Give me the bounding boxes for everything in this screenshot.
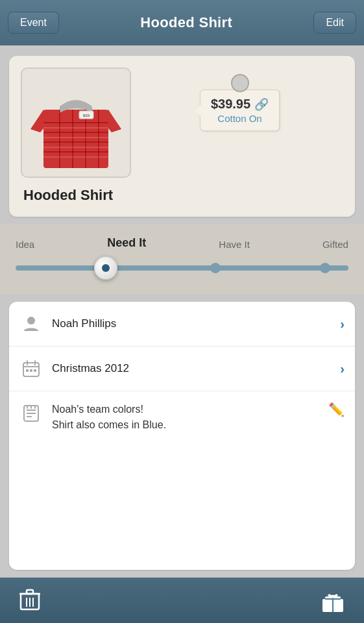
trash-icon	[19, 589, 40, 612]
bottom-bar	[0, 578, 364, 623]
label-idea: Idea	[16, 239, 34, 250]
person-name: Noah Phillips	[52, 317, 340, 330]
info-list: Noah Phillips › Christmas 2012 ›	[9, 302, 355, 570]
slider-track	[16, 265, 348, 271]
person-icon	[19, 312, 43, 336]
note-line1: Noah's team colors!	[52, 402, 328, 417]
svg-rect-32	[27, 590, 33, 594]
event-button[interactable]: Event	[8, 12, 59, 34]
calendar-icon	[19, 357, 43, 380]
price-value: $39.95	[211, 97, 250, 112]
product-top: $39 $39.95 🔗 Cotton On	[21, 67, 343, 178]
event-row[interactable]: Christmas 2012 ›	[9, 347, 355, 391]
note-row[interactable]: Noah's team colors! Shirt also comes in …	[9, 391, 355, 443]
event-chevron: ›	[340, 361, 345, 376]
header: Event Hooded Shirt Edit	[0, 0, 364, 45]
price-tag-area: $39.95 🔗 Cotton On	[131, 67, 343, 131]
slider-thumb-dot	[102, 264, 110, 272]
product-card: $39 $39.95 🔗 Cotton On Hooded Shirt	[9, 56, 355, 217]
slider-track-wrap[interactable]	[16, 256, 348, 280]
slider-dot-1	[210, 263, 221, 273]
delete-button[interactable]	[19, 589, 40, 612]
svg-point-15	[27, 317, 35, 324]
note-line2: Shirt also comes in Blue.	[52, 417, 328, 433]
slider-section: Idea Need It Have It Gifted	[0, 225, 364, 294]
note-text: Noah's team colors! Shirt also comes in …	[52, 402, 328, 433]
svg-text:$39: $39	[83, 114, 90, 117]
gift-icon	[321, 589, 345, 612]
event-name: Christmas 2012	[52, 362, 340, 375]
slider-thumb[interactable]	[94, 256, 117, 280]
edit-note-icon[interactable]: ✏️	[328, 402, 345, 417]
store-name: Cotton On	[211, 113, 269, 124]
slider-labels: Idea Need It Have It Gifted	[16, 236, 348, 250]
note-icon	[19, 402, 43, 425]
tag-connector	[231, 74, 249, 92]
label-have-it: Have It	[219, 239, 250, 250]
product-image: $39	[21, 67, 131, 178]
edit-button[interactable]: Edit	[313, 12, 356, 34]
svg-point-40	[332, 595, 335, 598]
person-row[interactable]: Noah Phillips ›	[9, 302, 355, 347]
svg-rect-22	[34, 369, 36, 372]
price-amount: $39.95 🔗	[211, 97, 269, 112]
label-gifted: Gifted	[322, 239, 348, 250]
price-tag: $39.95 🔗 Cotton On	[200, 90, 280, 131]
svg-rect-20	[26, 369, 29, 372]
person-chevron: ›	[340, 317, 345, 332]
svg-rect-21	[30, 369, 32, 372]
label-need-it: Need It	[107, 236, 146, 250]
product-name: Hooded Shirt	[21, 187, 113, 204]
page-title: Hooded Shirt	[140, 14, 232, 31]
link-icon: 🔗	[254, 97, 269, 112]
gift-button[interactable]	[321, 589, 345, 612]
slider-dot-2	[320, 263, 330, 273]
shirt-illustration: $39	[24, 71, 128, 175]
